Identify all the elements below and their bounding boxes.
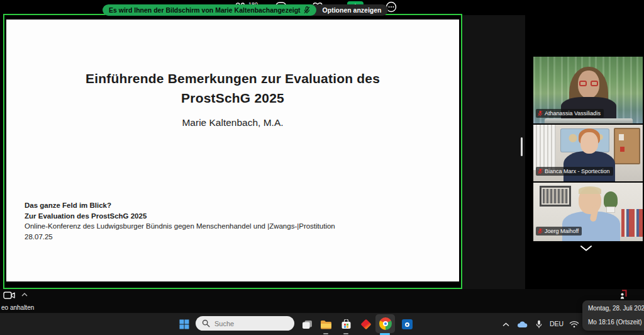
tile1-red-glasses [579,81,598,87]
onedrive-cloud-icon[interactable] [516,317,528,332]
muted-mic-icon-red [538,110,543,116]
video-options-chevron-up-icon[interactable] [21,293,28,297]
share-banner-message: Es wird Ihnen der Bildschirm von Marie K… [103,4,316,16]
collapse-videos-chevron-down-icon[interactable] [580,245,594,254]
tooltip-date: Montag, 28. Juli 2025 [588,305,644,312]
tile3-binder-shelf [621,209,643,237]
slide-title: Einführende Bemerkungen zur Evaluation d… [6,69,459,108]
tile3-plant-pot [606,207,615,213]
tile2-cork-board [614,128,640,164]
video-tile-athanassia[interactable]: Athanassia Vassiliadis [533,57,643,123]
notification-app-icon[interactable] [619,289,628,300]
search-input[interactable] [214,320,284,327]
participant-name: Bianca Marx - Sportection [545,168,610,174]
video-tile-bianca[interactable]: Bianca Marx - Sportection [533,125,643,181]
participant-name-tag: Joerg Maihoff [536,227,582,236]
participant-name: Athanassia Vassiliadis [545,110,601,116]
participant-name: Joerg Maihoff [545,228,579,234]
screen-share-banner: Es wird Ihnen der Bildschirm von Marie K… [103,4,388,16]
zoom-meeting-window: Es wird Ihnen der Bildschirm von Marie K… [0,0,644,335]
tile3-person-hair [579,186,601,194]
meeting-toolbar [0,289,644,313]
options-anzeigen-button[interactable]: Optionen anzeigen [316,4,388,16]
language-indicator[interactable]: DEU [550,320,564,327]
video-tile-joerg[interactable]: Joerg Maihoff [533,183,643,241]
tile3-plant [604,191,618,208]
share-banner-text: Es wird Ihnen der Bildschirm von Marie K… [109,6,301,14]
presentation-slide: Einführende Bemerkungen zur Evaluation d… [6,20,459,281]
video-camera-icon [3,291,16,300]
tile1-laptop-edge [545,118,633,123]
slide-footer: Das ganze Feld im Blick? Zur Evaluation … [25,200,335,242]
search-icon [202,319,210,327]
stop-video-button[interactable]: eo anhalten [0,289,44,313]
slide-title-line2: ProstSchG 2025 [6,88,459,108]
slide-footer-line3: Online-Konferenz des Ludwigsburger Bündn… [25,221,335,232]
slide-footer-date: 28.07.25 [25,232,335,242]
tile2-board-note [619,134,624,140]
participant-name-tag: Athanassia Vassiliadis [536,109,604,118]
muted-mic-icon-red [538,228,543,234]
slide-title-line1: Einführende Bemerkungen zur Evaluation d… [6,69,459,88]
slide-author: Marie Kaltenbach, M.A. [6,117,459,128]
microphone-tray-icon[interactable] [533,317,545,332]
sidebar-background [462,15,525,289]
outlook-icon[interactable] [399,317,414,332]
wifi-icon[interactable] [568,317,580,332]
slide-footer-line2: Zur Evaluation des ProstSchG 2025 [25,211,335,222]
chrome-active-app[interactable] [375,314,395,333]
muted-mic-icon-red [538,168,543,174]
tile2-window-blinds [533,125,556,170]
sidebar-scrollbar[interactable] [521,137,523,156]
chrome-icon [379,317,392,330]
microsoft-store-icon[interactable] [338,317,353,332]
tile2-person-body [564,151,615,181]
tooltip-time: Mo 18:16 (Ortszeit) [588,319,642,326]
clock-calendar-tooltip: Montag, 28. Juli 2025 Mo 18:16 (Ortszeit… [582,300,644,331]
tile3-picture-frame [540,186,571,207]
participant-name-tag: Bianca Marx - Sportection [536,167,613,176]
stop-video-label: eo anhalten [1,304,34,311]
tray-chevron-up-icon[interactable] [500,317,511,332]
windows-start-button[interactable] [177,317,192,332]
slide-footer-line1: Das ganze Feld im Blick? [25,200,335,211]
tile2-person-face [580,132,598,154]
file-explorer-icon[interactable] [318,317,333,332]
red-diamond-app-icon[interactable] [358,317,374,332]
muted-mic-icon [304,6,310,14]
tile2-board-note-red [620,147,625,152]
task-view-icon[interactable] [299,317,314,332]
taskbar-search[interactable] [196,316,294,331]
file-explorer-running-indicator [323,333,328,334]
store-running-indicator [343,333,348,334]
